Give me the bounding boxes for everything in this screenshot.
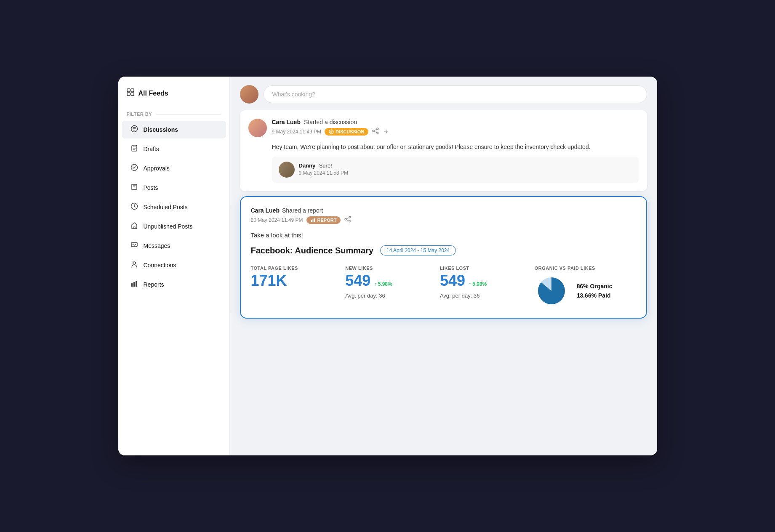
discussion-reply: Danny Sure! 9 May 2024 11:58 PM bbox=[272, 157, 639, 183]
svg-point-22 bbox=[349, 221, 351, 222]
reports-icon bbox=[130, 280, 138, 289]
svg-rect-1 bbox=[131, 89, 134, 92]
likes-lost-label: LIKES LOST bbox=[440, 266, 525, 271]
organic-pct-label: 86% Organic bbox=[577, 283, 613, 290]
discussion-body: Hey team, We're planning to post about o… bbox=[272, 142, 639, 152]
sidebar-item-messages[interactable]: Messages bbox=[122, 237, 226, 255]
share-icon-report[interactable] bbox=[344, 215, 352, 225]
likes-lost-value: 549 bbox=[440, 273, 465, 288]
svg-rect-0 bbox=[127, 89, 130, 92]
reply-author-line: Danny Sure! bbox=[299, 162, 632, 169]
discussion-author-line: Cara Lueb Started a discussion bbox=[272, 119, 639, 125]
metric-new-likes: NEW LIKES 549 ↑ 5.98% Avg. per day: 36 bbox=[345, 266, 440, 299]
user-avatar bbox=[240, 85, 258, 104]
drafts-icon bbox=[130, 144, 138, 154]
unpublished-posts-icon bbox=[130, 222, 138, 231]
sidebar-item-unpublished-posts[interactable]: Unpublished Posts bbox=[122, 218, 226, 235]
posts-icon bbox=[130, 183, 138, 192]
reply-author: Danny bbox=[299, 162, 316, 169]
main-content: What's cooking? Cara Lueb Started a disc… bbox=[230, 77, 657, 455]
svg-rect-18 bbox=[312, 219, 313, 222]
sidebar-item-scheduled-posts[interactable]: Scheduled Posts bbox=[122, 198, 226, 216]
svg-rect-19 bbox=[314, 218, 315, 222]
metric-organic-vs-paid: ORGANIC VS PAID LIKES 86% Organic 13.66%… bbox=[535, 266, 636, 308]
discussion-post-meta: Cara Lueb Started a discussion 9 May 202… bbox=[272, 119, 639, 136]
likes-lost-avg: Avg. per day: 36 bbox=[440, 293, 525, 299]
approvals-icon bbox=[130, 164, 138, 173]
discussion-badge: DISCUSSION bbox=[325, 128, 368, 136]
svg-point-16 bbox=[377, 132, 378, 134]
metric-total-page-likes: TOTAL PAGE LIKES 171K bbox=[251, 266, 346, 288]
posts-label: Posts bbox=[144, 184, 158, 191]
app-window: All Feeds FILTER BY Discussions bbox=[118, 77, 657, 455]
report-date-range: 14 April 2024 - 15 May 2024 bbox=[380, 245, 456, 255]
sidebar-item-reports[interactable]: Reports bbox=[122, 276, 226, 293]
report-card-header: Cara Lueb Shared a report 20 May 2024 11… bbox=[251, 207, 636, 225]
sidebar-item-discussions[interactable]: Discussions bbox=[122, 121, 226, 138]
discussions-label: Discussions bbox=[144, 126, 178, 133]
svg-point-9 bbox=[133, 262, 136, 264]
drafts-label: Drafts bbox=[144, 146, 159, 152]
discussions-icon bbox=[130, 125, 138, 134]
metrics-row: TOTAL PAGE LIKES 171K NEW LIKES 549 ↑ 5.… bbox=[251, 266, 636, 308]
discussion-author: Cara Lueb bbox=[272, 119, 301, 125]
svg-rect-2 bbox=[127, 93, 130, 96]
new-likes-value: 549 bbox=[345, 273, 370, 288]
svg-rect-3 bbox=[131, 93, 134, 96]
approvals-label: Approvals bbox=[144, 165, 170, 172]
sidebar-item-approvals[interactable]: Approvals bbox=[122, 160, 226, 177]
svg-rect-17 bbox=[311, 220, 312, 222]
sidebar-item-connections[interactable]: Connections bbox=[122, 256, 226, 274]
new-likes-label: NEW LIKES bbox=[345, 266, 430, 271]
report-post-card: Cara Lueb Shared a report 20 May 2024 11… bbox=[240, 196, 647, 319]
svg-rect-8 bbox=[131, 242, 137, 247]
messages-label: Messages bbox=[144, 242, 170, 249]
sidebar-item-drafts[interactable]: Drafts bbox=[122, 140, 226, 158]
share-icon-discussion[interactable] bbox=[372, 127, 389, 136]
discussion-post-card: Cara Lueb Started a discussion 9 May 202… bbox=[240, 110, 647, 191]
unpublished-posts-label: Unpublished Posts bbox=[144, 223, 193, 230]
discussion-post-header: Cara Lueb Started a discussion 9 May 202… bbox=[248, 119, 639, 137]
filter-by-label: FILTER BY bbox=[127, 112, 152, 117]
metric-likes-lost: LIKES LOST 549 ↑ 5.98% Avg. per day: 36 bbox=[440, 266, 535, 299]
svg-point-15 bbox=[377, 128, 378, 130]
svg-point-14 bbox=[373, 130, 374, 132]
connections-label: Connections bbox=[144, 262, 176, 269]
cara-avatar-discussion bbox=[248, 119, 267, 137]
filter-by-divider bbox=[156, 114, 221, 114]
svg-rect-11 bbox=[133, 282, 135, 287]
compose-area: What's cooking? bbox=[240, 85, 647, 104]
pie-legend: 86% Organic 13.66% Paid bbox=[577, 283, 613, 299]
sidebar-item-posts[interactable]: Posts bbox=[122, 179, 226, 197]
svg-point-21 bbox=[349, 216, 351, 218]
discussion-timestamp: 9 May 2024 11:49 PM DISCUSSION bbox=[272, 127, 639, 136]
likes-lost-change: ↑ 5.98% bbox=[469, 281, 487, 287]
feeds-icon bbox=[127, 88, 134, 98]
reports-label: Reports bbox=[144, 281, 164, 288]
report-title: Facebook: Audience Summary bbox=[251, 246, 374, 255]
report-action: Shared a report bbox=[282, 207, 323, 214]
messages-icon bbox=[130, 241, 138, 250]
reply-text: Sure! bbox=[319, 162, 332, 169]
reply-time: 9 May 2024 11:58 PM bbox=[299, 170, 632, 176]
discussion-action: Started a discussion bbox=[304, 119, 357, 125]
compose-input[interactable]: What's cooking? bbox=[264, 85, 647, 103]
total-page-likes-label: TOTAL PAGE LIKES bbox=[251, 266, 336, 271]
danny-avatar bbox=[279, 162, 295, 178]
all-feeds-item[interactable]: All Feeds bbox=[118, 85, 229, 105]
all-feeds-label: All Feeds bbox=[138, 90, 168, 97]
new-likes-avg: Avg. per day: 36 bbox=[345, 293, 430, 299]
new-likes-change: ↑ 5.98% bbox=[374, 281, 392, 287]
scheduled-posts-icon bbox=[130, 202, 138, 212]
scheduled-posts-label: Scheduled Posts bbox=[144, 204, 188, 210]
organic-vs-paid-label: ORGANIC VS PAID LIKES bbox=[535, 266, 636, 271]
total-page-likes-value: 171K bbox=[251, 273, 336, 288]
sidebar: All Feeds FILTER BY Discussions bbox=[118, 77, 230, 455]
svg-rect-12 bbox=[136, 281, 137, 287]
report-cta: Take a look at this! bbox=[251, 231, 636, 239]
report-timestamp: 20 May 2024 11:49 PM REPORT bbox=[251, 215, 636, 225]
connections-icon bbox=[130, 261, 138, 270]
report-title-row: Facebook: Audience Summary 14 April 2024… bbox=[251, 245, 636, 255]
report-badge: REPORT bbox=[306, 216, 341, 224]
svg-rect-10 bbox=[131, 283, 133, 287]
